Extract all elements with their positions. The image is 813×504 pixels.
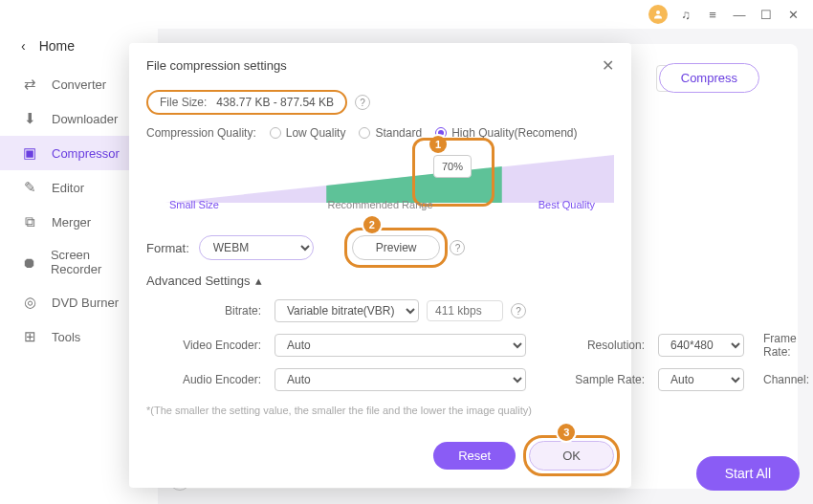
- sidebar-item-label: Compressor: [52, 146, 120, 161]
- sidebar-item-label: Merger: [52, 215, 91, 230]
- sample-rate-select[interactable]: Auto: [658, 368, 744, 391]
- sample-rate-label: Sample Rate:: [539, 373, 645, 386]
- home-label: Home: [39, 38, 75, 54]
- sidebar-item-label: Tools: [52, 330, 80, 344]
- sidebar-item-label: Downloader: [52, 112, 118, 126]
- sidebar-icon: ⏺: [21, 254, 37, 271]
- sidebar-icon: ⇄: [21, 76, 38, 93]
- radio-low[interactable]: Low Quality: [270, 126, 346, 140]
- compress-button[interactable]: Compress: [659, 63, 759, 93]
- radio-low-label: Low Quality: [286, 126, 346, 140]
- quality-label: Compression Quality:: [146, 126, 256, 140]
- slider-thumb[interactable]: 70%: [433, 155, 472, 178]
- step-badge-2: 2: [363, 216, 381, 233]
- advanced-settings-toggle[interactable]: Advanced Settings▴: [146, 274, 614, 288]
- sidebar-icon: ✎: [21, 179, 38, 196]
- quality-slider[interactable]: 70% Small Size Best Quality Recommended …: [146, 145, 614, 228]
- back-icon[interactable]: ‹: [21, 38, 26, 54]
- info-icon[interactable]: ?: [511, 303, 526, 318]
- quality-note: *(The smaller the setting value, the sma…: [146, 405, 614, 416]
- video-encoder-label: Video Encoder:: [146, 339, 261, 352]
- highlight-2: [344, 228, 449, 268]
- sidebar-item-label: Screen Recorder: [51, 248, 139, 276]
- resolution-select[interactable]: 640*480: [658, 334, 744, 357]
- filesize-pill: File Size: 438.77 KB - 877.54 KB: [146, 90, 347, 115]
- close-button[interactable]: ✕: [784, 6, 802, 23]
- titlebar: ♫ ≡ — ☐ ✕: [0, 0, 813, 29]
- range-mid-label: Recommended Range: [146, 199, 614, 210]
- filesize-label: File Size:: [160, 96, 207, 109]
- sidebar-item-label: DVD Burner: [52, 296, 119, 310]
- bitrate-label: Bitrate:: [146, 304, 261, 318]
- radio-standard-label: Standard: [375, 126, 422, 140]
- channel-label: Channel:: [763, 373, 813, 386]
- menu-icon[interactable]: ≡: [704, 6, 721, 23]
- sidebar-icon: ⧉: [21, 213, 38, 230]
- modal-title: File compression settings: [146, 58, 287, 73]
- svg-point-0: [656, 11, 660, 14]
- bitrate-select[interactable]: Variable bitrate(VBR): [275, 299, 419, 322]
- headset-icon[interactable]: ♫: [677, 6, 694, 23]
- format-select[interactable]: WEBM: [199, 235, 314, 260]
- start-all-button[interactable]: Start All: [696, 456, 800, 491]
- video-encoder-select[interactable]: Auto: [275, 334, 526, 357]
- resolution-label: Resolution:: [539, 339, 645, 352]
- frame-rate-label: Frame Rate:: [763, 332, 813, 359]
- compression-settings-modal: File compression settings ✕ File Size: 4…: [129, 43, 631, 488]
- sidebar-item-label: Editor: [52, 181, 84, 195]
- info-icon[interactable]: ?: [355, 95, 370, 110]
- maximize-button[interactable]: ☐: [758, 6, 775, 23]
- close-icon[interactable]: ✕: [602, 56, 614, 75]
- sidebar-icon: ◎: [21, 294, 38, 311]
- minimize-button[interactable]: —: [731, 6, 748, 23]
- sidebar-icon: ⊞: [21, 328, 38, 345]
- filesize-value: 438.77 KB - 877.54 KB: [216, 96, 334, 109]
- audio-encoder-label: Audio Encoder:: [146, 373, 261, 386]
- reset-button[interactable]: Reset: [433, 442, 516, 470]
- sidebar-item-label: Converter: [52, 77, 106, 92]
- info-icon[interactable]: ?: [450, 240, 465, 255]
- format-label: Format:: [146, 241, 189, 255]
- highlight-3: [523, 435, 620, 476]
- sidebar-icon: ▣: [21, 144, 38, 162]
- radio-standard[interactable]: Standard: [359, 126, 422, 140]
- chevron-up-icon: ▴: [255, 274, 262, 288]
- bitrate-input[interactable]: [427, 300, 503, 321]
- audio-encoder-select[interactable]: Auto: [275, 368, 526, 391]
- sidebar-icon: ⬇: [21, 110, 38, 127]
- avatar[interactable]: [648, 5, 668, 24]
- quality-row: Compression Quality: Low Quality Standar…: [146, 126, 614, 140]
